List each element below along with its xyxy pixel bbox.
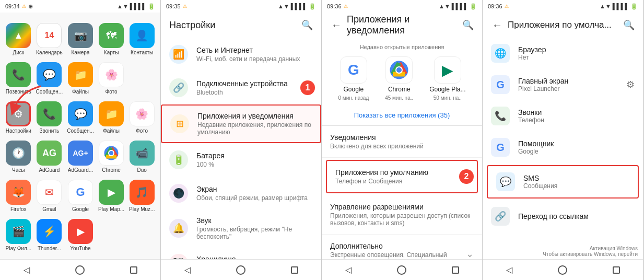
battery-icon-1: 🔋	[148, 3, 155, 10]
default-app-calls[interactable]: 📞 Звонки Телефон	[483, 100, 643, 132]
app-sms2[interactable]: 💬 Сообщен...	[66, 99, 95, 136]
recent-nav-btn-3[interactable]	[448, 262, 463, 278]
recent-apps-section: Недавно открытые приложения G Google 0 м…	[322, 38, 482, 125]
badge-2: 2	[459, 169, 474, 184]
battery-icon-2: 🔋	[309, 3, 316, 10]
time-4: 09:36	[488, 3, 502, 9]
phone-panel-2: 09:35 ⚠ ▲▼ ▌▌▌▌ 🔋 Настройки 🔍 📶 Сеть и И…	[161, 0, 322, 280]
chevron-down-icon: ⌄	[466, 248, 474, 259]
app-messages[interactable]: 💬 Сообщен...	[35, 60, 64, 97]
battery-icon-3: 🔋	[470, 3, 477, 10]
app-files[interactable]: 📁 Файлы	[66, 60, 95, 97]
default-app-links[interactable]: 🔗 Переход по ссылкам	[483, 201, 643, 232]
panel3-item-additional[interactable]: Дополнительно Экстренные оповещения, Спе…	[322, 235, 482, 259]
app-chrome[interactable]: Chrome	[97, 138, 126, 176]
app-google[interactable]: G Google	[66, 178, 95, 215]
wifi-icon-1: ▲▼	[117, 3, 128, 9]
wifi-icon-4: ▲▼	[600, 3, 611, 9]
gear-icon-home[interactable]: ⚙	[626, 79, 635, 90]
default-app-sms[interactable]: 💬 SMS Сообщения	[487, 165, 639, 199]
settings-item-sound[interactable]: 🔔 Звук Громкость, вибрация, режим "Не бе…	[161, 210, 321, 247]
panel3-item-permissions[interactable]: Управление разрешениями Приложения, кото…	[322, 195, 482, 235]
app-maps[interactable]: 🗺 Карты	[97, 21, 126, 58]
warn-icon-4: ⚠	[505, 4, 509, 9]
show-all-apps-link[interactable]: Показать все приложения (35)	[322, 107, 482, 123]
settings-item-display[interactable]: 🌑 Экран Обои, спящий режим, размер шрифт…	[161, 177, 321, 210]
time-1: 09:34	[5, 3, 20, 9]
app-camera[interactable]: 📷 Камера	[66, 21, 95, 58]
settings-item-devices[interactable]: 🔗 Подключенные устройства Bluetooth 1	[161, 71, 321, 104]
settings-item-battery[interactable]: 🔋 Батарея 100 %	[161, 143, 321, 177]
app-drive[interactable]: ▲ Диск	[4, 21, 33, 58]
back-nav-btn-2[interactable]: ◁	[180, 262, 195, 278]
default-app-assistant[interactable]: G Помощник Google	[483, 132, 643, 163]
app-settings[interactable]: ⚙ Настройки	[4, 99, 33, 136]
status-icons-1: ▲▼ ▌▌▌▌ 🔋	[117, 3, 155, 10]
app-photos2[interactable]: 🌸 Фото	[127, 99, 156, 136]
back-btn-3[interactable]: ←	[326, 15, 347, 36]
search-btn-4[interactable]: 🔍	[619, 15, 639, 35]
app-thunderbird[interactable]: ⚡ Thunder...	[35, 217, 64, 254]
status-bar-2: 09:35 ⚠ ▲▼ ▌▌▌▌ 🔋	[161, 0, 321, 13]
recent-nav-btn-4[interactable]	[608, 262, 624, 278]
app-youtube[interactable]: ▶ YouTube	[66, 217, 95, 254]
default-app-browser[interactable]: 🌐 Браузер Нет	[483, 38, 643, 69]
settings-item-apps[interactable]: ⊞ Приложения и уведомления Недавние прил…	[161, 104, 321, 143]
warn-icon-3: ⚠	[344, 4, 348, 9]
settings-search-btn[interactable]: 🔍	[301, 19, 313, 31]
recent-section-label: Недавно открытые приложения	[322, 42, 482, 54]
phone-panel-3: 09:36 ⚠ ▲▼ ▌▌▌▌ 🔋 ← Приложения и уведомл…	[322, 0, 483, 280]
back-nav-btn-1[interactable]: ◁	[19, 262, 34, 278]
back-nav-btn-3[interactable]: ◁	[341, 262, 356, 278]
recent-app-chrome[interactable]: Chrome 45 мин. на..	[385, 56, 413, 101]
app-grid: ▲ Диск 14 Календарь 📷 Камера 🗺	[4, 21, 156, 254]
home-nav-btn-4[interactable]	[555, 262, 570, 278]
nav-bar-4: ◁	[483, 259, 643, 280]
status-bar-1: 09:34 ⚠ ⊕ ▲▼ ▌▌▌▌ 🔋	[0, 0, 160, 13]
home-nav-btn-3[interactable]	[394, 262, 409, 278]
recent-apps-row: G Google 0 мин. назад	[322, 54, 482, 107]
app-firefox[interactable]: 🦊 Firefox	[4, 178, 33, 215]
panel4-header: ← Приложения по умолча... 🔍	[483, 13, 643, 38]
back-btn-4[interactable]: ←	[487, 15, 508, 36]
nav-bar-2: ◁	[161, 259, 321, 280]
settings-item-network[interactable]: 📶 Сеть и Интернет Wi-Fi, моб. сети и пер…	[161, 38, 321, 71]
panel3-item-notifications[interactable]: Уведомления Включено для всех приложений	[322, 126, 482, 158]
settings-list: 📶 Сеть и Интернет Wi-Fi, моб. сети и пер…	[161, 38, 321, 259]
home-nav-btn-2[interactable]	[233, 262, 249, 278]
home-nav-btn-1[interactable]	[72, 262, 88, 278]
search-btn-3[interactable]: 🔍	[458, 15, 478, 35]
recent-nav-btn-1[interactable]	[126, 262, 142, 278]
status-bar-4: 09:36 ⚠ ▲▼ ▌▌▌▌ 🔋	[483, 0, 643, 13]
app-gmail[interactable]: ✉ Gmail	[35, 178, 64, 215]
recent-app-google[interactable]: G Google 0 мин. назад	[338, 56, 369, 101]
app-duo[interactable]: 📹 Duo	[127, 138, 156, 176]
recent-nav-btn-2[interactable]	[287, 262, 302, 278]
phone-panel-4: 09:36 ⚠ ▲▼ ▌▌▌▌ 🔋 ← Приложения по умолча…	[483, 0, 643, 280]
app-phone2[interactable]: 📞 Звонить	[35, 99, 64, 136]
app-photos[interactable]: 🌸 Фото	[97, 60, 126, 97]
app-files2[interactable]: 📁 Файлы	[97, 99, 126, 136]
app-contacts[interactable]: 👤 Контакты	[127, 21, 156, 58]
back-nav-btn-4[interactable]: ◁	[501, 262, 517, 278]
battery-icon-4: 🔋	[630, 3, 638, 10]
app-playmaps[interactable]: ▶ Play Map...	[97, 178, 126, 215]
app-phone[interactable]: 📞 Позвонить	[4, 60, 33, 97]
app-adguard[interactable]: AG AdGuard	[35, 138, 64, 176]
app-clock[interactable]: 🕐 Часы	[4, 138, 33, 176]
settings-item-storage[interactable]: 💾 Хранилище Используется 67 %, свободно …	[161, 247, 321, 259]
location-icon-1: ⊕	[28, 3, 33, 10]
panel3-title: Приложения и уведомления	[347, 14, 458, 36]
panel3-item-defaults-wrapper: Приложения по умолчанию Телефон и Сообще…	[322, 160, 482, 193]
app-playfiles[interactable]: 🎬 Play Фил...	[4, 217, 33, 254]
home-screen: ▲ Диск 14 Календарь 📷 Камера 🗺	[0, 13, 160, 259]
nav-bar-1: ◁	[0, 259, 160, 280]
panel3-item-defaults[interactable]: Приложения по умолчанию Телефон и Сообще…	[326, 160, 478, 193]
app-calendar[interactable]: 14 Календарь	[35, 21, 64, 58]
app-empty	[127, 60, 156, 97]
recent-app-googleplay[interactable]: ▶ Google Pla... 50 мин. на..	[429, 56, 465, 101]
default-app-home[interactable]: G Главный экран Pixel Launcher ⚙	[483, 69, 643, 100]
app-adguardvpn[interactable]: AG+ AdGuard...	[66, 138, 95, 176]
status-bar-3: 09:36 ⚠ ▲▼ ▌▌▌▌ 🔋	[322, 0, 482, 13]
app-playmusic[interactable]: 🎵 Play Muz...	[127, 178, 156, 215]
